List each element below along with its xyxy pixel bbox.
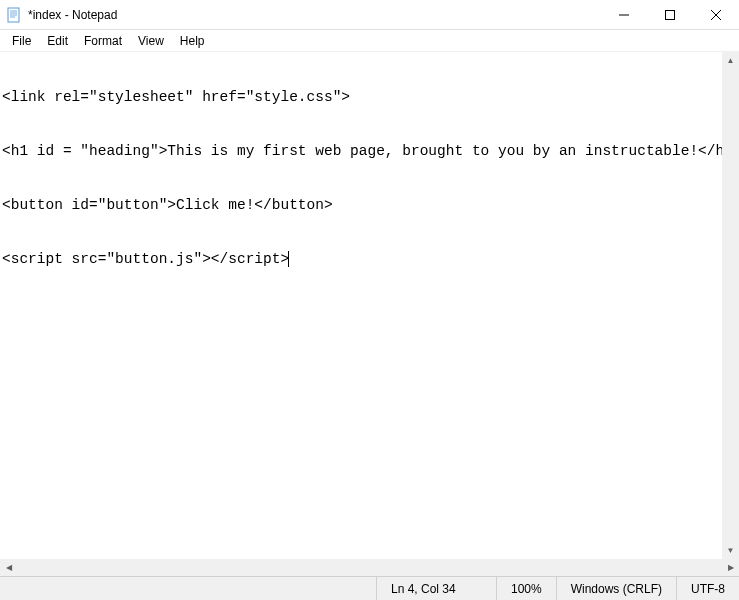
editor-line: <script src="button.js"></script>: [2, 250, 720, 268]
window-controls: [601, 0, 739, 29]
menu-file[interactable]: File: [4, 32, 39, 50]
notepad-icon: [6, 7, 22, 23]
text-editor[interactable]: <link rel="stylesheet" href="style.css">…: [0, 52, 722, 559]
horizontal-scrollbar[interactable]: ◀ ▶: [0, 559, 739, 576]
editor-container: <link rel="stylesheet" href="style.css">…: [0, 52, 739, 559]
menubar: File Edit Format View Help: [0, 30, 739, 52]
status-encoding: UTF-8: [676, 577, 739, 600]
editor-line: <button id="button">Click me!</button>: [2, 196, 720, 214]
close-button[interactable]: [693, 0, 739, 29]
menu-help[interactable]: Help: [172, 32, 213, 50]
status-line-ending: Windows (CRLF): [556, 577, 676, 600]
maximize-button[interactable]: [647, 0, 693, 29]
vertical-scrollbar[interactable]: ▲ ▼: [722, 52, 739, 559]
svg-rect-6: [666, 10, 675, 19]
menu-view[interactable]: View: [130, 32, 172, 50]
statusbar: Ln 4, Col 34 100% Windows (CRLF) UTF-8: [0, 576, 739, 600]
minimize-button[interactable]: [601, 0, 647, 29]
scroll-up-icon[interactable]: ▲: [722, 52, 739, 69]
menu-format[interactable]: Format: [76, 32, 130, 50]
menu-edit[interactable]: Edit: [39, 32, 76, 50]
titlebar: *index - Notepad: [0, 0, 739, 30]
status-position: Ln 4, Col 34: [376, 577, 496, 600]
editor-line: <link rel="stylesheet" href="style.css">: [2, 88, 720, 106]
window-title: *index - Notepad: [28, 8, 601, 22]
scroll-right-icon[interactable]: ▶: [722, 559, 739, 576]
text-caret: [288, 251, 289, 267]
editor-line: <h1 id = "heading">This is my first web …: [2, 142, 720, 160]
scroll-left-icon[interactable]: ◀: [0, 559, 17, 576]
status-zoom: 100%: [496, 577, 556, 600]
scroll-down-icon[interactable]: ▼: [722, 542, 739, 559]
